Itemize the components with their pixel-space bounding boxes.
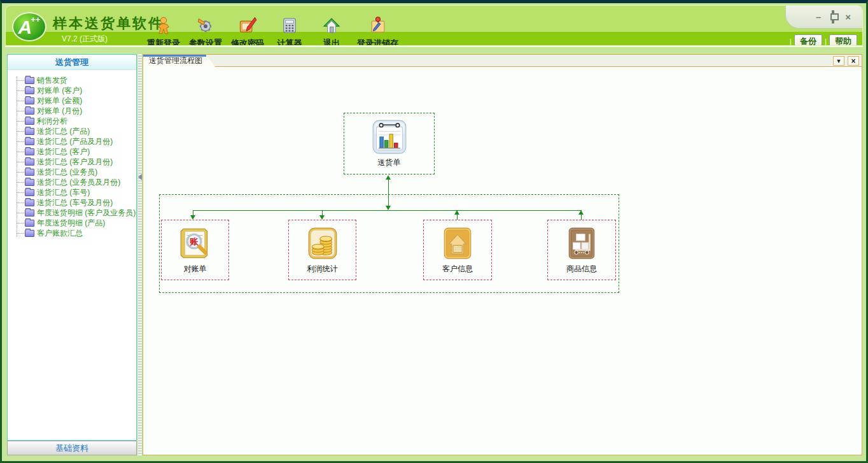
backup-button[interactable]: 备份 [794, 34, 822, 46]
exit-icon [322, 16, 341, 35]
tree-item-customer-balance-summary[interactable]: 客户账款汇总 [14, 228, 136, 238]
folder-icon [25, 220, 34, 227]
tab-delivery-flowchart[interactable]: 送货管理流程图 [143, 55, 215, 67]
tab-list-dropdown-icon[interactable]: ▼ [833, 56, 844, 66]
restore-glyph [832, 10, 834, 24]
tree-item-summary-customer[interactable]: 送货汇总 (客户) [14, 146, 136, 157]
login-inventory-icon [368, 16, 388, 35]
flow-node-delivery-note[interactable]: 送货单 [344, 113, 435, 175]
tree-item-annual-detail-customer-salesman[interactable]: 年度送货明细 (客户及业务员) [14, 208, 136, 218]
delivery-note-icon [372, 119, 407, 155]
flow-node-profit-stats[interactable]: 利润统计 [288, 220, 356, 280]
tree-item-summary-truck-month[interactable]: 送货汇总 (车号及月份) [14, 197, 136, 208]
toolbar-relogin-button[interactable]: 重新登录 [147, 16, 180, 46]
folder-icon [25, 77, 34, 84]
tab-bar: 送货管理流程图 ▼ × [143, 55, 862, 67]
sidebar-footer-basic-data[interactable]: 基础资料 [7, 441, 137, 455]
folder-icon [25, 179, 34, 186]
sidebar-panel: 送货管理 销售发货 对账单 (客户) 对账单 (金额) 对账单 (月份) 利润分… [7, 54, 137, 441]
settings-icon [196, 16, 215, 35]
tree-item-summary-salesman[interactable]: 送货汇总 (业务员) [14, 167, 136, 177]
product-info-icon [564, 226, 599, 260]
app-window: A++ 样本送货单软件 V7.2 (正式版) 重新登录 [0, 0, 868, 463]
app-version: V7.2 (正式版) [62, 34, 108, 45]
flowchart-canvas: 送货单 账 [143, 67, 862, 455]
collapse-arrow-icon [138, 174, 142, 180]
flow-node-label: 利润统计 [307, 264, 338, 274]
title-bar-lower-band [6, 32, 862, 45]
flow-node-reconciliation[interactable]: 账 对账单 [161, 220, 229, 280]
tree-item-statement-amount[interactable]: 对账单 (金额) [14, 96, 136, 106]
toolbar-settings-label: 参数设置 [189, 38, 222, 46]
help-button[interactable]: 帮助 [829, 34, 857, 46]
toolbar-calculator-button[interactable]: 计算器 [273, 16, 306, 46]
tree-item-summary-product[interactable]: 送货汇总 (产品) [14, 126, 136, 136]
reconciliation-icon: 账 [178, 226, 213, 260]
connector-stub-product [581, 215, 582, 220]
folder-icon [25, 169, 34, 176]
app-logo: A++ [12, 12, 46, 41]
folder-icon [25, 189, 34, 196]
toolbar-settings-button[interactable]: 参数设置 [189, 16, 222, 46]
connector-bus-line [193, 210, 582, 211]
tree-item-summary-customer-month[interactable]: 送货汇总 (客户及月份) [14, 157, 136, 167]
folder-icon [25, 138, 34, 145]
tree-guide-line [17, 76, 17, 237]
tab-close-icon[interactable]: × [848, 56, 859, 66]
folder-icon [25, 159, 34, 166]
folder-icon [25, 199, 34, 206]
tab-bar-buttons: ▼ × [833, 56, 859, 66]
folder-icon [25, 87, 34, 94]
folder-icon [25, 230, 34, 237]
arrow-up-to-delivery-note [386, 175, 391, 180]
magnifier-char: 账 [189, 237, 199, 246]
window-controls: – × [785, 5, 863, 29]
toolbar-exit-button[interactable]: 退出 [315, 16, 348, 46]
sidebar-header-delivery-management[interactable]: 送货管理 [8, 55, 136, 70]
tree-item-profit-analysis[interactable]: 利润分析 [14, 116, 136, 126]
arrow-up-from-product [578, 210, 584, 215]
header-actions: | 备份 | 帮助 [790, 34, 857, 46]
arrow-down-to-profit [319, 215, 325, 220]
change-password-icon [238, 16, 257, 35]
folder-icon [25, 210, 34, 217]
tree-item-annual-detail-product[interactable]: 年度送货明细 (产品) [14, 218, 136, 228]
toolbar-change-password-button[interactable]: 修改密码 [231, 16, 264, 46]
panel-splitter[interactable] [137, 54, 142, 455]
tab-active-stripe [143, 55, 206, 57]
folder-icon [25, 128, 34, 135]
close-icon[interactable]: × [845, 12, 851, 22]
main-panel: 送货管理流程图 ▼ × [143, 54, 862, 455]
toolbar-login-inventory-button[interactable]: 登录进销存 [357, 16, 398, 46]
toolbar-calculator-label: 计算器 [277, 38, 302, 46]
logo-plusplus: ++ [31, 15, 40, 24]
restore-icon[interactable] [832, 12, 834, 22]
tree-item-summary-product-month[interactable]: 送货汇总 (产品及月份) [14, 136, 136, 146]
folder-icon [25, 148, 34, 155]
folder-icon [25, 97, 34, 104]
toolbar-relogin-label: 重新登录 [147, 38, 180, 46]
tree-item-summary-salesman-month[interactable]: 送货汇总 (业务员及月份) [14, 177, 136, 187]
tree-item-statement-month[interactable]: 对账单 (月份) [14, 106, 136, 116]
flow-node-label: 对账单 [184, 264, 207, 274]
toolbar-change-password-label: 修改密码 [231, 38, 264, 46]
arrow-up-from-customer [454, 210, 459, 215]
connector-stub-customer [457, 215, 458, 220]
relogin-icon [154, 16, 173, 35]
tree-item-statement-customer[interactable]: 对账单 (客户) [14, 85, 136, 96]
flow-node-product-info[interactable]: 商品信息 [547, 220, 616, 280]
flow-node-customer-info[interactable]: 客户信息 [423, 220, 492, 280]
tree-item-summary-truck[interactable]: 送货汇总 (车号) [14, 187, 136, 197]
minimize-icon[interactable]: – [816, 12, 821, 22]
profit-stats-icon [305, 226, 340, 260]
flow-node-label: 送货单 [378, 157, 401, 168]
logo-letter: A [18, 17, 32, 38]
calculator-icon [280, 16, 299, 35]
arrow-down-to-reconciliation [190, 215, 195, 220]
tree-item-sales-delivery[interactable]: 销售发货 [14, 75, 136, 85]
toolbar: 重新登录 参数设置 [147, 16, 398, 46]
toolbar-exit-label: 退出 [323, 38, 340, 46]
separator: | [790, 38, 792, 46]
separator: | [825, 38, 827, 46]
title-bar: A++ 样本送货单软件 V7.2 (正式版) 重新登录 [5, 5, 863, 46]
